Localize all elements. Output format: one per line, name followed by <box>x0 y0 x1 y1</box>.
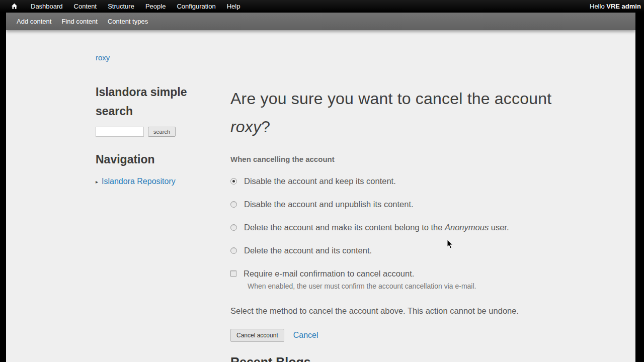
navigation-block-title: Navigation <box>96 150 202 169</box>
admin-item-content[interactable]: Content <box>68 3 103 10</box>
search-button[interactable]: search <box>148 127 176 137</box>
radio-option-disable-keep[interactable]: Disable the account and keep its content… <box>230 175 578 187</box>
admin-toolbar: Dashboard Content Structure People Confi… <box>0 0 644 13</box>
radio-label[interactable]: Disable the account and keep its content… <box>244 175 396 187</box>
page: Add content Find content Content types r… <box>6 13 635 362</box>
admin-menu: Dashboard Content Structure People Confi… <box>25 3 246 10</box>
shortcut-find-content[interactable]: Find content <box>61 18 98 25</box>
checkbox-icon[interactable] <box>230 270 236 277</box>
greeting-prefix: Hello <box>590 3 606 10</box>
checkbox-label[interactable]: Require e-mail confirmation to cancel ac… <box>244 268 414 279</box>
sidebar: roxy Islandora simple search search Navi… <box>96 53 211 186</box>
search-block-title: Islandora simple search <box>96 82 202 121</box>
sidebar-item-islandora-repository[interactable]: ▸ Islandora Repository <box>96 177 211 186</box>
home-icon-glyph <box>11 3 18 10</box>
user-greeting[interactable]: Hello VRE admin <box>590 0 644 13</box>
radio-icon[interactable] <box>230 178 237 185</box>
radio-label[interactable]: Disable the account and unpublish its co… <box>244 199 414 210</box>
cancel-account-button[interactable]: Cancel account <box>230 329 284 342</box>
collapsed-arrow-icon[interactable]: ▸ <box>96 179 98 185</box>
radio-label[interactable]: Delete the account and make its content … <box>244 222 509 233</box>
checkbox-email-confirmation[interactable]: Require e-mail confirmation to cancel ac… <box>230 268 578 279</box>
shortcut-add-content[interactable]: Add content <box>17 18 51 25</box>
admin-item-people[interactable]: People <box>140 3 171 10</box>
confirmation-note: Select the method to cancel the account … <box>230 306 578 316</box>
user-account-link[interactable]: roxy <box>96 53 110 62</box>
admin-item-help[interactable]: Help <box>221 3 246 10</box>
page-title: Are you sure you want to cancel the acco… <box>230 84 562 141</box>
cancel-link[interactable]: Cancel <box>293 331 318 340</box>
admin-item-structure[interactable]: Structure <box>102 3 140 10</box>
radio-icon[interactable] <box>230 201 237 208</box>
cancel-method-group-label: When cancelling the account <box>230 155 578 163</box>
radio-icon[interactable] <box>230 224 237 231</box>
radio-label-anonymous: Anonymous <box>445 223 489 232</box>
radio-label-suffix: user. <box>489 223 509 232</box>
cancel-account-form: Are you sure you want to cancel the acco… <box>230 84 578 362</box>
shortcut-bar: Add content Find content Content types <box>6 13 635 30</box>
radio-option-disable-unpublish[interactable]: Disable the account and unpublish its co… <box>230 199 578 210</box>
home-icon[interactable] <box>11 3 21 10</box>
checkbox-description: When enabled, the user must confirm the … <box>248 282 578 291</box>
radio-label[interactable]: Delete the account and its content. <box>244 245 372 256</box>
admin-item-configuration[interactable]: Configuration <box>171 3 221 10</box>
form-actions: Cancel account Cancel <box>230 329 578 342</box>
page-title-prefix: Are you sure you want to cancel the acco… <box>230 89 551 108</box>
radio-option-delete-all[interactable]: Delete the account and its content. <box>230 245 578 256</box>
radio-label-prefix: Delete the account and make its content … <box>244 223 445 232</box>
screen: Dashboard Content Structure People Confi… <box>0 0 644 362</box>
search-input[interactable] <box>96 127 144 137</box>
search-form: search <box>96 127 211 137</box>
page-title-suffix: ? <box>261 118 270 136</box>
islandora-repository-link[interactable]: Islandora Repository <box>102 177 176 186</box>
radio-option-delete-reassign[interactable]: Delete the account and make its content … <box>230 222 578 233</box>
recent-blogs-heading: Recent Blogs <box>230 355 578 362</box>
page-title-username: roxy <box>230 118 261 136</box>
content-area: roxy Islandora simple search search Navi… <box>6 30 635 362</box>
shortcut-content-types[interactable]: Content types <box>108 18 148 25</box>
radio-icon[interactable] <box>230 247 237 254</box>
admin-item-dashboard[interactable]: Dashboard <box>25 3 68 10</box>
greeting-username: VRE admin <box>606 3 641 10</box>
